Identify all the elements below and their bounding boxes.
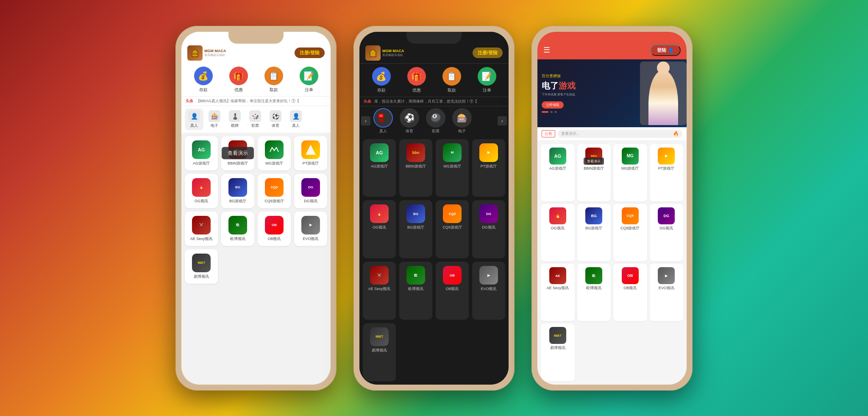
game-euro-3[interactable]: 欧 欧博视讯 — [577, 264, 611, 321]
og-logo-1: 🔥 — [192, 178, 211, 197]
game-ob-1[interactable]: OB OB视讯 — [258, 212, 291, 246]
game-bet-1[interactable]: 9BET 易博视讯 — [185, 249, 218, 284]
banner-title-3: 电了游戏 — [542, 81, 636, 91]
cat-caipiao-2[interactable]: 🎱 彩票 — [424, 108, 448, 134]
demo-overlay-1[interactable]: 查看演示 — [222, 147, 254, 159]
cat-icon-caipiao: 🎲 — [249, 110, 261, 122]
game-pt-1[interactable]: PT游戏厅 — [294, 136, 327, 170]
withdraw-icon: 📋 — [264, 67, 283, 85]
bbin-name-1: BBIN游戏厅 — [228, 161, 248, 166]
quick-actions-2: 💰 存款 🎁 优惠 📋 取款 📝 注单 — [359, 64, 509, 97]
game-bbin-1[interactable]: bbn BBIN游戏厅 查看演示 — [221, 136, 254, 170]
game-og-1[interactable]: 🔥 OG视讯 — [185, 174, 218, 208]
nav-prev-2[interactable]: ‹ — [361, 116, 370, 126]
nav-next-2[interactable]: › — [498, 116, 507, 126]
game-bg-3[interactable]: BG BG游戏厅 — [577, 204, 611, 261]
withdraw-label: 取款 — [270, 87, 278, 93]
withdraw-action-2[interactable]: 📋 取款 — [442, 67, 461, 93]
game-section-1: AG AG游戏厅 bbn BBIN游戏厅 查看演示 MG游戏厅 — [181, 133, 331, 385]
game-ag-1[interactable]: AG AG游戏厅 — [185, 136, 218, 170]
game-bbin-2[interactable]: bbn BBIN游戏厅 — [399, 139, 432, 197]
bet-logo-3: 9BET — [549, 327, 566, 344]
game-evo-2[interactable]: ▶ EVO视讯 — [472, 262, 505, 320]
cat-dianzi-2[interactable]: 🎰 电子 — [450, 108, 474, 134]
game-og-3[interactable]: 🔥 OG视讯 — [541, 204, 575, 261]
game-ae-3[interactable]: AE AE Sexy视讯 — [541, 264, 575, 321]
cat-renwu-1[interactable]: 👤 真人 — [185, 109, 203, 130]
game-ae-1[interactable]: ⚔️ AE Sexy视讯 — [185, 212, 218, 246]
game-bbin-3[interactable]: bbn BBIN游戏厅 查看演示 — [577, 144, 611, 201]
evo-logo-2: ▶ — [479, 266, 498, 285]
login-register-btn-1[interactable]: 注册/登陆 — [295, 47, 325, 58]
logo-icon-2 — [365, 45, 381, 61]
game-evo-3[interactable]: ▶ EVO视讯 — [650, 264, 684, 321]
deposit-action-2[interactable]: 💰 存款 — [372, 67, 391, 93]
deposit-label: 存款 — [199, 87, 208, 93]
order-label: 注单 — [305, 87, 313, 93]
notice-search-3[interactable]: 查看演示... 🔥 — [558, 130, 682, 138]
cat-dianzi-1[interactable]: 🎰 电子 — [205, 109, 224, 130]
svg-text:MGM: MGM — [192, 53, 198, 55]
game-ae-2[interactable]: ⚔️ AE Sexy视讯 — [363, 262, 396, 320]
login-btn-3[interactable]: 登陆 👤 — [650, 45, 681, 56]
game-mg-3[interactable]: MG MG游戏厅 — [613, 144, 647, 201]
bg-logo-2: BG — [406, 204, 425, 223]
bbin-name-2: BBIN游戏厅 — [406, 164, 426, 169]
game-euro-2[interactable]: 欧 欧博视讯 — [399, 262, 432, 320]
game-euro-1[interactable]: 欧 欧博视讯 — [221, 212, 254, 246]
login-register-btn-2[interactable]: 注册/登陆 — [473, 47, 503, 58]
game-dg-1[interactable]: DG DG视讯 — [294, 174, 327, 208]
cat-qipai-1[interactable]: ♟️ 棋牌 — [225, 109, 244, 130]
hamburger-icon-3[interactable]: ☰ — [543, 45, 550, 55]
order-action-2[interactable]: 📝 注单 — [478, 67, 496, 93]
cat-tiyu-1[interactable]: ⚽ 体育 — [266, 109, 285, 130]
order-label-2: 注单 — [483, 87, 491, 93]
promo-label: 优惠 — [234, 87, 243, 93]
withdraw-action[interactable]: 📋 取款 — [264, 67, 283, 93]
promo-label-2: 优惠 — [412, 87, 421, 93]
pt-name-3: PT游戏厅 — [658, 166, 675, 171]
demo-overlay-3[interactable]: 查看演示 — [584, 158, 604, 165]
banner-cta-3[interactable]: 立即领取 — [542, 101, 564, 109]
game-bet-2[interactable]: 9BET 易博视讯 — [363, 323, 396, 381]
cat-zhenren-1[interactable]: 👤 真人 — [287, 109, 305, 130]
game-og-2[interactable]: 🔥 OG视讯 — [363, 200, 396, 258]
cq9-logo-2: CQ9 — [443, 204, 462, 223]
ag-name-1: AG游戏厅 — [193, 161, 210, 166]
cat-renwu-2[interactable]: 真人 — [371, 108, 395, 134]
marquee-1: 头条 【BB/AG真人视讯】练家帮助，单注投注是大奖拿好礼！⑦【 — [181, 96, 331, 106]
game-bet-3[interactable]: 9BET 易博视讯 — [541, 324, 575, 381]
cat-caipiao-1[interactable]: 🎲 彩票 — [246, 109, 264, 130]
promo-action[interactable]: 🎁 优惠 — [229, 67, 248, 93]
euro-name-1: 欧博视讯 — [230, 236, 245, 242]
dg-logo-3: DG — [658, 207, 675, 224]
game-mg-2[interactable]: M MG游戏厅 — [436, 139, 469, 197]
game-mg-1[interactable]: MG游戏厅 — [258, 136, 291, 170]
game-bg-1[interactable]: BG BG游戏厅 — [221, 174, 254, 208]
cq9-logo-1: CQ9 — [265, 178, 284, 197]
game-cq9-1[interactable]: CQ9 CQ9游戏厅 — [258, 174, 291, 208]
order-action[interactable]: 📝 注单 — [300, 67, 318, 93]
game-cq9-2[interactable]: CQ9 CQ9游戏厅 — [436, 200, 469, 258]
logo-text-2: MGM MACA 美高梅娱乐场站 — [382, 49, 404, 57]
game-bg-2[interactable]: BG BG游戏厅 — [399, 200, 432, 258]
game-ob-3[interactable]: OB OB视讯 — [613, 264, 647, 321]
banner-subtitle-3: 下件有优惠 新客户生效益 — [542, 92, 636, 97]
game-ag-3[interactable]: AG AG游戏厅 — [541, 144, 575, 201]
game-evo-1[interactable]: ▶ EVO视讯 — [294, 212, 327, 246]
cat-icon-dianzi: 🎰 — [209, 110, 220, 122]
game-pt-3[interactable]: ▶ PT游戏厅 — [650, 144, 684, 201]
og-name-3: OG视讯 — [551, 226, 565, 231]
game-dg-2[interactable]: DG DG视讯 — [472, 200, 505, 258]
logo-icon-1: MGM — [187, 45, 203, 61]
deposit-action[interactable]: 💰 存款 — [194, 67, 213, 93]
game-cq9-3[interactable]: CQ9 CQ9游戏厅 — [613, 204, 647, 261]
banner-btn-3[interactable]: 立即领取 — [542, 100, 636, 109]
cat-tiyu-2[interactable]: ⚽ 体育 — [398, 108, 421, 134]
game-ob-2[interactable]: OB OB视讯 — [436, 262, 469, 320]
cat-dark-renwu-2: 真人 — [379, 128, 387, 134]
game-ag-2[interactable]: AG AG游戏厅 — [363, 139, 396, 197]
game-dg-3[interactable]: DG DG视讯 — [650, 204, 684, 261]
promo-action-2[interactable]: 🎁 优惠 — [407, 67, 426, 93]
game-pt-2[interactable]: ▶ PT游戏厅 — [472, 139, 505, 197]
